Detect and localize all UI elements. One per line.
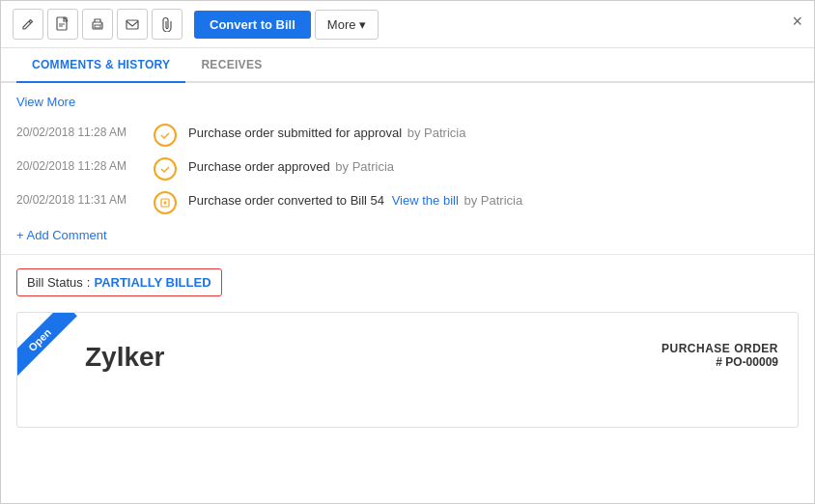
- tab-receives[interactable]: RECEIVES: [185, 48, 277, 83]
- tab-comments-history[interactable]: COMMENTS & HISTORY: [16, 48, 185, 83]
- attach-button[interactable]: [152, 9, 183, 40]
- ribbon-container: Open: [17, 313, 95, 390]
- history-item: 20/02/2018 11:28 AM Purchase order appro…: [16, 153, 799, 186]
- comments-history-section: View More 20/02/2018 11:28 AM Purchase o…: [1, 83, 814, 255]
- history-date: 20/02/2018 11:28 AM: [16, 158, 142, 173]
- bill-status-label: Bill Status: [27, 275, 83, 290]
- convert-to-bill-button[interactable]: Convert to Bill: [194, 11, 311, 39]
- history-date: 20/02/2018 11:31 AM: [16, 192, 142, 207]
- open-ribbon: Open: [17, 313, 77, 378]
- svg-rect-4: [126, 20, 138, 29]
- pdf-button[interactable]: [47, 9, 78, 40]
- history-text: Purchase order converted to Bill 54 View…: [188, 192, 522, 210]
- bill-status-area: Bill Status : PARTIALLY BILLED: [1, 255, 814, 304]
- company-name: Zylker: [85, 342, 165, 373]
- history-date: 20/02/2018 11:28 AM: [16, 125, 142, 139]
- svg-point-3: [100, 23, 101, 24]
- history-item: 20/02/2018 11:28 AM Purchase order submi…: [16, 119, 799, 153]
- print-button[interactable]: [82, 9, 113, 40]
- po-title: PURCHASE ORDER: [661, 342, 778, 355]
- email-button[interactable]: [117, 9, 148, 40]
- bill-status-box: Bill Status : PARTIALLY BILLED: [16, 268, 222, 296]
- toolbar: Convert to Bill More ▾ ×: [1, 1, 814, 48]
- edit-button[interactable]: [13, 9, 43, 40]
- bill-status-value: PARTIALLY BILLED: [94, 275, 211, 290]
- history-submitted-icon: [154, 124, 177, 147]
- svg-rect-2: [95, 25, 100, 28]
- history-converted-icon: [154, 191, 177, 214]
- tabs-container: COMMENTS & HISTORY RECEIVES: [1, 48, 814, 83]
- history-text: Purchase order approved by Patricia: [188, 158, 394, 176]
- history-approved-icon: [154, 157, 177, 181]
- doc-content: Zylker PURCHASE ORDER # PO-00009: [17, 313, 798, 409]
- dropdown-arrow-icon: ▾: [359, 17, 366, 32]
- history-text: Purchase order submitted for approval by…: [188, 125, 465, 142]
- modal-window: Convert to Bill More ▾ × COMMENTS & HIST…: [0, 0, 815, 504]
- po-info: PURCHASE ORDER # PO-00009: [661, 342, 778, 369]
- history-item: 20/02/2018 11:31 AM Purchase order conve…: [16, 186, 799, 220]
- view-bill-link[interactable]: View the bill: [392, 193, 459, 208]
- po-number: # PO-00009: [661, 355, 778, 369]
- close-button[interactable]: ×: [792, 13, 802, 30]
- document-preview: Open Zylker PURCHASE ORDER # PO-00009: [16, 312, 799, 428]
- more-button[interactable]: More ▾: [315, 10, 379, 40]
- main-content: View More 20/02/2018 11:28 AM Purchase o…: [1, 83, 814, 503]
- view-more-link[interactable]: View More: [16, 95, 799, 109]
- add-comment-link[interactable]: + Add Comment: [16, 228, 107, 242]
